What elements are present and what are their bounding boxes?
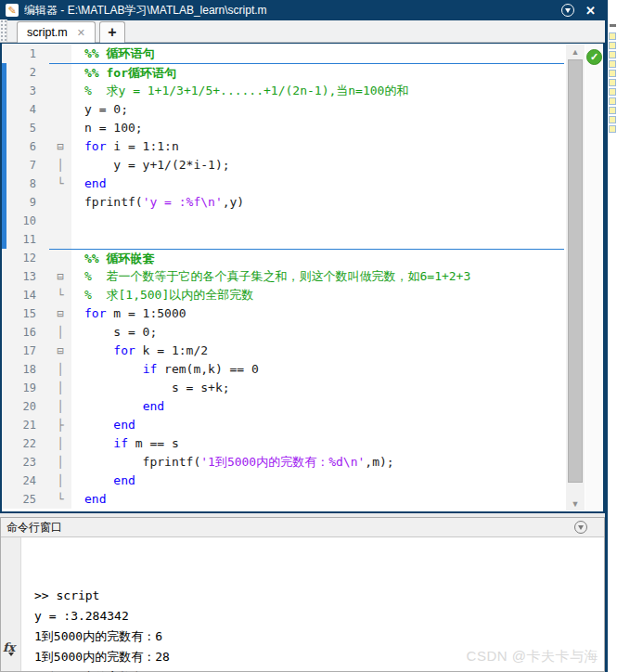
code-line-1[interactable]: 1%% 循环语句 — [2, 45, 564, 63]
line-number[interactable]: 20 — [6, 397, 49, 416]
code-text[interactable]: for m = 1:5000 — [71, 304, 564, 323]
drag-handle[interactable] — [0, 19, 7, 42]
tab-script-m[interactable]: script.m ✕ — [17, 21, 96, 43]
line-number[interactable]: 24 — [6, 472, 49, 490]
code-text[interactable] — [71, 230, 564, 249]
code-line-18[interactable]: 18│ if rem(m,k) == 0 — [2, 360, 564, 379]
code-text[interactable]: % 若一个数等于它的各个真子集之和，则这个数叫做完数，如6=1+2+3 — [71, 267, 564, 286]
code-line-24[interactable]: 24│ end — [2, 472, 564, 490]
dock-menu-icon[interactable] — [561, 4, 574, 17]
editor-vertical-scrollbar[interactable]: ▲ ▼ — [566, 45, 585, 510]
code-line-7[interactable]: 7│ y = y+1/(2*i-1); — [2, 156, 564, 174]
command-output-line: 1到5000内的完数有：28 — [34, 647, 177, 667]
line-number[interactable]: 3 — [6, 82, 49, 100]
line-number[interactable]: 14 — [6, 286, 49, 304]
code-line-22[interactable]: 22│ if m == s — [2, 434, 564, 453]
code-text[interactable]: fprintf('y = :%f\n',y) — [71, 193, 564, 212]
line-number[interactable]: 7 — [6, 156, 49, 174]
code-line-19[interactable]: 19│ s = s+k; — [2, 379, 564, 397]
line-number[interactable]: 21 — [6, 416, 49, 434]
code-fold-icon[interactable]: ⊟ — [49, 137, 71, 156]
command-window-header[interactable]: 命令行窗口 — [1, 518, 604, 537]
code-text[interactable]: %% 循环语句 — [71, 45, 564, 63]
command-dock-menu-icon[interactable] — [574, 521, 587, 534]
code-text[interactable]: end — [71, 397, 564, 416]
new-tab-button[interactable]: + — [99, 21, 125, 43]
code-line-23[interactable]: 23│ fprintf('1到5000内的完数有：%d\n',m); — [2, 453, 564, 472]
line-number[interactable]: 13 — [6, 267, 49, 286]
code-line-13[interactable]: 13⊟% 若一个数等于它的各个真子集之和，则这个数叫做完数，如6=1+2+3 — [2, 267, 564, 286]
code-text[interactable]: if rem(m,k) == 0 — [71, 360, 564, 379]
fx-icon[interactable]: fx — [3, 640, 15, 654]
code-line-2[interactable]: 2%% for循环语句 — [2, 63, 564, 82]
scroll-down-icon[interactable]: ▼ — [566, 497, 585, 510]
code-text[interactable]: fprintf('1到5000内的完数有：%d\n',m); — [71, 453, 564, 472]
code-line-3[interactable]: 3% 求y = 1+1/3+1/5+......+1/(2n-1),当n=100… — [2, 82, 564, 100]
code-line-6[interactable]: 6⊟for i = 1:1:n — [2, 137, 564, 156]
close-window-icon[interactable]: ✕ — [585, 4, 596, 18]
code-fold-icon[interactable]: ⊟ — [49, 267, 71, 286]
code-line-20[interactable]: 20│ end — [2, 397, 564, 416]
code-line-4[interactable]: 4y = 0; — [2, 100, 564, 119]
code-line-17[interactable]: 17⊟ for k = 1:m/2 — [2, 342, 564, 360]
code-text[interactable]: n = 100; — [71, 119, 564, 137]
line-number[interactable]: 22 — [6, 434, 49, 453]
line-number[interactable]: 25 — [6, 490, 49, 509]
line-number[interactable]: 5 — [6, 119, 49, 137]
code-line-9[interactable]: 9fprintf('y = :%f\n',y) — [2, 193, 564, 212]
code-line-12[interactable]: 12%% 循环嵌套 — [2, 249, 564, 267]
scroll-up-icon[interactable]: ▲ — [566, 45, 585, 58]
code-line-10[interactable]: 10 — [2, 212, 564, 230]
line-number[interactable]: 18 — [6, 360, 49, 379]
code-text[interactable]: if m == s — [71, 434, 564, 453]
code-text[interactable] — [71, 212, 564, 230]
code-text[interactable]: s = s+k; — [71, 379, 564, 397]
code-text[interactable]: end — [71, 416, 564, 434]
code-line-5[interactable]: 5n = 100; — [2, 119, 564, 137]
scrollbar-thumb[interactable] — [568, 59, 583, 483]
code-text[interactable]: % 求[1,500]以内的全部完数 — [71, 286, 564, 304]
line-number[interactable]: 15 — [6, 304, 49, 323]
line-number[interactable]: 23 — [6, 453, 49, 472]
code-text[interactable]: y = y+1/(2*i-1); — [71, 156, 564, 174]
line-number[interactable]: 12 — [6, 249, 49, 267]
line-number[interactable]: 16 — [6, 323, 49, 342]
code-line-11[interactable]: 11 — [2, 230, 564, 249]
command-window-body[interactable]: fx >> scripty = :3.2843421到5000内的完数有：61到… — [1, 537, 604, 671]
line-number[interactable]: 1 — [6, 45, 49, 63]
code-line-21[interactable]: 21├ end — [2, 416, 564, 434]
line-number[interactable]: 8 — [6, 174, 49, 193]
line-number[interactable]: 11 — [6, 230, 49, 249]
editor-titlebar[interactable]: ✎ 编辑器 - E:\MATLAB学习\MATLAB_learn\script.… — [0, 0, 605, 20]
line-number[interactable]: 17 — [6, 342, 49, 360]
fold-guide: └ — [49, 174, 71, 193]
no-errors-check-icon[interactable]: ✓ — [586, 49, 602, 65]
code-lines[interactable]: 1%% 循环语句2%% for循环语句3% 求y = 1+1/3+1/5+...… — [2, 45, 564, 509]
code-line-16[interactable]: 16│ s = 0; — [2, 323, 564, 342]
code-line-14[interactable]: 14└% 求[1,500]以内的全部完数 — [2, 286, 564, 304]
line-number[interactable]: 2 — [6, 63, 49, 82]
code-text[interactable]: s = 0; — [71, 323, 564, 342]
code-text[interactable]: % 求y = 1+1/3+1/5+......+1/(2n-1),当n=100的… — [71, 82, 564, 100]
line-number[interactable]: 6 — [6, 137, 49, 156]
command-output[interactable]: >> scripty = :3.2843421到5000内的完数有：61到500… — [34, 545, 177, 672]
code-line-8[interactable]: 8└end — [2, 174, 564, 193]
code-text[interactable]: end — [71, 490, 564, 509]
code-text[interactable]: for i = 1:1:n — [71, 137, 564, 156]
line-number[interactable]: 10 — [6, 212, 49, 230]
code-fold-icon[interactable]: ⊟ — [49, 342, 71, 360]
tab-close-icon[interactable]: ✕ — [77, 27, 85, 39]
line-number[interactable]: 9 — [6, 193, 49, 212]
docked-panel-sliver[interactable] — [605, 0, 617, 672]
code-line-25[interactable]: 25└end — [2, 490, 564, 509]
code-text[interactable]: y = 0; — [71, 100, 564, 119]
code-text[interactable]: %% 循环嵌套 — [71, 249, 564, 267]
code-text[interactable]: end — [71, 472, 564, 490]
code-text[interactable]: for k = 1:m/2 — [71, 342, 564, 360]
code-text[interactable]: %% for循环语句 — [71, 63, 564, 82]
code-line-15[interactable]: 15⊟for m = 1:5000 — [2, 304, 564, 323]
line-number[interactable]: 19 — [6, 379, 49, 397]
code-text[interactable]: end — [71, 174, 564, 193]
line-number[interactable]: 4 — [6, 100, 49, 119]
code-fold-icon[interactable]: ⊟ — [49, 304, 71, 323]
